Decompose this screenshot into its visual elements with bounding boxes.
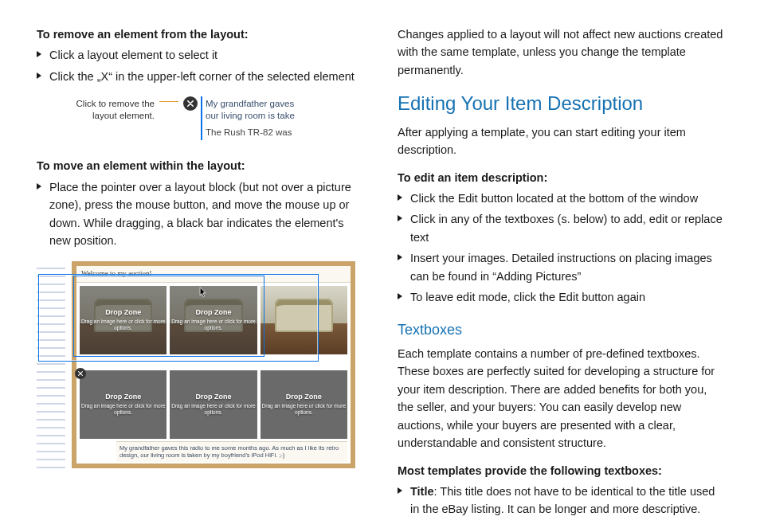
list-item: Title: This title does not have to be id… xyxy=(398,483,725,518)
list-item: Click the „X“ in the upper-left corner o… xyxy=(37,68,364,85)
textboxes-paragraph: Each template contains a number of pre-d… xyxy=(398,345,725,452)
list-item: Place the pointer over a layout block (b… xyxy=(37,178,364,250)
templates-heading: Most templates provide the following tex… xyxy=(398,462,725,479)
drop-zone: Drop ZoneDrag an image here or click for… xyxy=(80,286,166,354)
callout-line xyxy=(159,101,178,102)
templates-list: Title: This title does not have to be id… xyxy=(398,483,725,518)
section-intro: After applying a template, you can start… xyxy=(398,123,725,159)
image-row-bottom: Drop ZoneDrag an image here or click for… xyxy=(76,367,351,442)
remove-steps-list: Click a layout element to select it Clic… xyxy=(37,46,364,85)
list-item: To leave edit mode, click the Edit butto… xyxy=(398,288,725,306)
layout-title: Welcome to my auction! xyxy=(76,266,351,283)
intro-paragraph: Changes applied to a layout will not aff… xyxy=(398,25,725,79)
close-icon xyxy=(75,368,86,379)
image-thumbnail xyxy=(261,286,347,354)
remove-heading: To remove an element from the layout: xyxy=(37,25,364,43)
move-heading: To move an element within the layout: xyxy=(37,157,364,174)
cursor-icon xyxy=(199,287,207,298)
figure-remove-element: Click to remove the layout element. My g… xyxy=(59,96,364,141)
figure-caption: Click to remove the layout element. xyxy=(59,96,155,122)
list-item: Click a layout element to select it xyxy=(37,46,364,64)
section-heading: Editing Your Item Description xyxy=(398,88,725,118)
figure-text-preview: My grandfather gaves our living room is … xyxy=(201,96,325,140)
move-steps-list: Place the pointer over a layout block (b… xyxy=(37,178,364,250)
right-column: Changes applied to a layout will not aff… xyxy=(398,25,725,530)
drop-zone: Drop ZoneDrag an image here or click for… xyxy=(80,370,166,439)
list-item: Click in any of the textboxes (s. below)… xyxy=(398,210,725,246)
left-column: To remove an element from the layout: Cl… xyxy=(37,25,364,530)
drop-zone: Drop ZoneDrag an image here or click for… xyxy=(170,370,257,439)
edit-steps-list: Click the Edit button located at the bot… xyxy=(398,190,725,307)
layout-canvas: Welcome to my auction! Drop ZoneDrag an … xyxy=(72,261,355,468)
layout-bottom-text: My grandfather gaves this radio to me so… xyxy=(116,441,347,462)
drop-zone: Drop ZoneDrag an image here or click for… xyxy=(170,286,257,354)
close-icon xyxy=(183,96,198,111)
ruler xyxy=(37,261,65,468)
list-item: Click the Edit button located at the bot… xyxy=(398,190,725,207)
drop-zone: Drop ZoneDrag an image here or click for… xyxy=(261,370,347,439)
edit-heading: To edit an item description: xyxy=(398,169,725,186)
list-item: Insert your images. Detailed instruction… xyxy=(398,249,725,285)
image-row-top: Drop ZoneDrag an image here or click for… xyxy=(76,283,351,358)
figure-move-element: Welcome to my auction! Drop ZoneDrag an … xyxy=(37,261,355,468)
subsection-heading: Textboxes xyxy=(398,319,725,342)
